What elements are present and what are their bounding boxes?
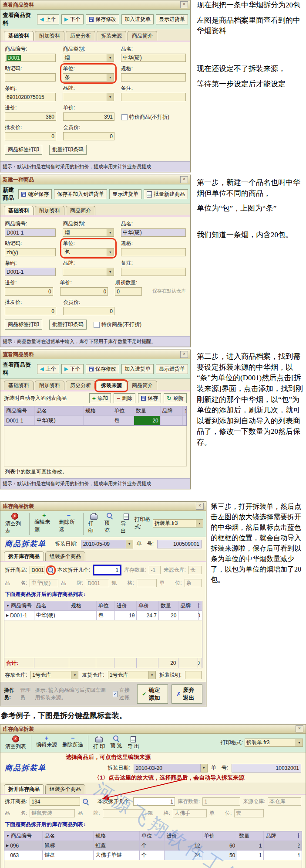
label-print-button[interactable]: 商品标签打印 — [5, 320, 42, 330]
add-button[interactable]: +添加 — [89, 393, 111, 403]
unit-select[interactable]: 条▼ — [63, 73, 114, 82]
chevron-down-icon[interactable]: ▼ — [107, 268, 114, 276]
tab-extra[interactable]: 附加资料 — [35, 206, 64, 215]
export-button[interactable]: 导 出 — [125, 735, 141, 751]
split-date-select[interactable]: 2010-03-20▼ — [134, 764, 208, 773]
tab-history[interactable]: 历史分析 — [66, 31, 95, 41]
edit-source-button[interactable]: +编辑来源 — [34, 735, 59, 749]
wholesale-input[interactable]: 0 — [5, 307, 56, 315]
unit-select[interactable]: 包▼ — [63, 248, 114, 256]
table-row[interactable]: ▶D001-1 中华(硬) 包 19 24.7 20 380 — [4, 611, 202, 620]
confirm-save-button[interactable]: 确定保存 — [18, 189, 52, 199]
special-price-checkbox[interactable]: 特价商品(不打折) — [94, 321, 141, 328]
price-input[interactable]: 391 — [63, 112, 114, 121]
save-button[interactable]: 保存 — [138, 393, 161, 403]
brand-select[interactable]: ▼ — [63, 93, 114, 101]
close-icon[interactable]: × — [180, 176, 188, 183]
edit-source-button[interactable]: +编辑来源 — [32, 512, 56, 534]
name-input[interactable]: 中华(硬) — [121, 54, 186, 62]
category-select[interactable]: 烟▼ — [63, 54, 114, 62]
show-po-button[interactable]: 显示进货单 — [156, 14, 188, 24]
titlebar[interactable]: 库存商品拆装 × — [0, 502, 206, 511]
delete-button[interactable]: −删除 — [114, 393, 135, 403]
delete-selected-button[interactable]: −删除所选 — [60, 735, 85, 749]
chevron-down-icon[interactable]: ▼ — [126, 540, 133, 548]
tab-split-stock[interactable]: 拆开库存商品 — [4, 551, 44, 561]
wholesale-input[interactable]: 0 — [5, 132, 56, 140]
tab-assemble[interactable]: 组装多个商品 — [45, 784, 85, 794]
spec-input[interactable] — [121, 248, 186, 256]
titlebar[interactable]: 新建一种商品 × — [0, 175, 190, 184]
cost-input[interactable]: 380 — [5, 112, 56, 121]
delete-selected-button[interactable]: −删除所选 — [57, 512, 80, 534]
print-button[interactable]: 打 印 — [91, 735, 107, 751]
tab-intro[interactable]: 商品简介 — [66, 206, 95, 215]
product-code-input[interactable]: D001-1 — [5, 228, 56, 237]
table-row[interactable]: ▶063 键盘 大佛手单键 个 24 50 1 24 — [4, 851, 302, 860]
titlebar[interactable]: 库存商品拆装 × — [0, 725, 306, 734]
checkbox-icon[interactable] — [94, 322, 100, 328]
export-button[interactable]: 导 出 — [118, 512, 134, 535]
close-icon[interactable]: × — [180, 1, 188, 8]
barcode-input[interactable]: 6901028075015 — [5, 93, 56, 101]
member-price-input[interactable]: 0 — [63, 307, 114, 315]
direct-post-checkbox[interactable]: ✔直接过账 — [113, 687, 134, 701]
batch-barcode-button[interactable]: 批量打印条码 — [49, 145, 87, 155]
tab-basic[interactable]: 基础资料 — [4, 381, 34, 390]
prev-button[interactable]: ◀上个 — [37, 364, 59, 374]
discard-exit-button[interactable]: ✗废弃退出 — [171, 684, 202, 704]
ship-warehouse-select[interactable]: 1号仓库▼ — [108, 671, 156, 679]
tab-split-source[interactable]: 拆装来源 — [97, 31, 126, 41]
initial-qty-input[interactable]: 0 — [115, 287, 142, 296]
chevron-down-icon[interactable]: ▼ — [107, 248, 114, 256]
close-icon[interactable]: × — [180, 351, 188, 358]
refresh-button[interactable]: ↻刷新 — [164, 393, 187, 403]
barcode-input[interactable]: D001-1 — [5, 268, 56, 276]
split-qty-input[interactable]: 1 — [94, 566, 120, 574]
save-and-add-po-button[interactable]: 保存并加入到进货单 — [54, 189, 107, 199]
chevron-down-icon[interactable]: ▼ — [71, 671, 78, 679]
qty-cell-selected[interactable]: 20 — [134, 416, 161, 425]
save-changes-button[interactable]: 保存修改 — [86, 14, 119, 24]
price-input[interactable]: 0 — [60, 287, 108, 296]
chevron-down-icon[interactable]: ▼ — [296, 739, 303, 747]
tab-extra[interactable]: 附加资料 — [35, 31, 64, 41]
checkbox-icon[interactable]: ✔ — [113, 691, 117, 697]
clear-list-button[interactable]: ✗清空列表 — [3, 512, 27, 535]
spec-input[interactable] — [121, 73, 186, 82]
preview-button[interactable]: 预 览 — [102, 512, 118, 534]
add-to-po-button[interactable]: 加入进货单 — [121, 14, 154, 24]
print-button[interactable]: 打 印 — [86, 512, 101, 535]
member-price-input[interactable]: 0 — [63, 132, 114, 140]
preview-button[interactable]: 预 览 — [108, 735, 124, 750]
brand-select[interactable]: ▼ — [63, 268, 114, 276]
category-select[interactable]: 烟▼ — [63, 228, 114, 237]
split-date-select[interactable]: 2010-05-09▼ — [81, 540, 133, 548]
chevron-down-icon[interactable]: ▼ — [107, 93, 114, 101]
cost-input[interactable]: 0 — [5, 287, 53, 296]
chevron-down-icon[interactable]: ▼ — [149, 671, 156, 679]
name-input[interactable]: 中华(硬) — [121, 228, 186, 237]
checkbox-icon[interactable] — [121, 114, 128, 120]
save-changes-button[interactable]: 保存修改 — [86, 364, 119, 374]
mnemonic-input[interactable]: zh(y) — [5, 248, 56, 256]
confirm-add-button[interactable]: ✔确定添加 — [137, 684, 168, 704]
split-item-input[interactable]: 134 — [30, 797, 80, 806]
table-row[interactable]: D001-1 中华(硬) 包 20 — [4, 416, 186, 425]
product-code-input[interactable]: D001 — [5, 54, 56, 62]
split-item-input[interactable]: D001 — [30, 566, 44, 574]
table-row[interactable]: ▶096 鼠标 虹鑫 个 12 60 1 12 — [4, 841, 302, 851]
tab-extra[interactable]: 附加资料 — [35, 381, 64, 390]
remark-input[interactable] — [121, 93, 186, 101]
mnemonic-input[interactable] — [5, 73, 56, 82]
print-format-select[interactable]: 拆装单.fr3▼ — [245, 739, 303, 747]
tab-basic[interactable]: 基础资料 — [4, 31, 34, 41]
show-po-button[interactable]: 显示进货单 — [156, 364, 188, 374]
titlebar[interactable]: 查看商品资料 × — [0, 0, 190, 10]
chevron-down-icon[interactable]: ▼ — [107, 54, 114, 62]
split-note-input[interactable] — [185, 671, 202, 679]
chevron-down-icon[interactable]: ▼ — [107, 228, 114, 237]
titlebar[interactable]: 查看商品资料 × — [0, 350, 190, 359]
label-print-button[interactable]: 商品标签打印 — [5, 145, 42, 155]
next-button[interactable]: ▶下个 — [61, 364, 84, 374]
